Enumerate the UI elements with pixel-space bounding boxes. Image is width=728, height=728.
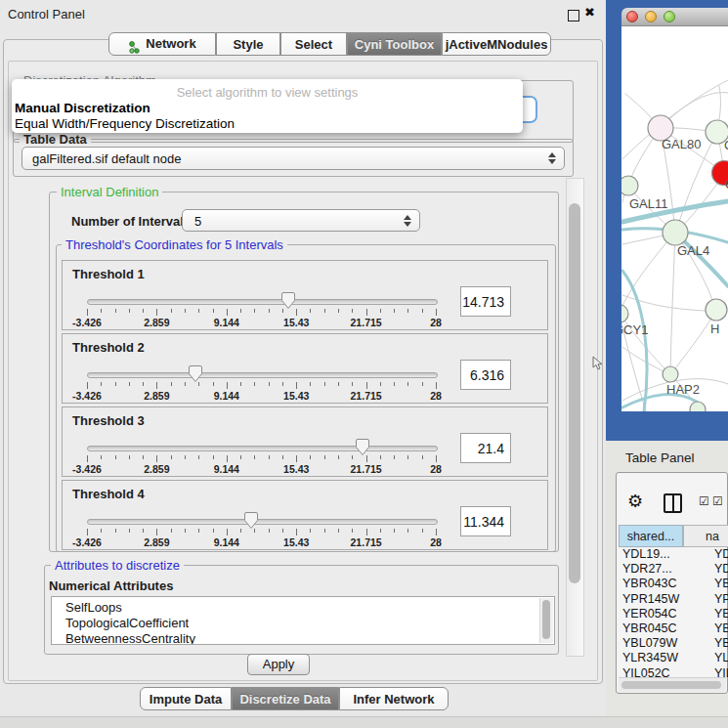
table-cell[interactable]: YPR145W [619, 592, 679, 606]
table-row[interactable]: YDL19...YDL1 [619, 547, 728, 562]
tick-mark [156, 529, 157, 535]
network-nodes[interactable] [621, 115, 728, 411]
table-cell[interactable]: YDR27... [619, 562, 672, 576]
tick-mark [171, 529, 172, 533]
tick-mark [352, 455, 353, 459]
tab-network-label: Network [146, 32, 195, 56]
table-row[interactable]: YBR043CYBR0 [619, 577, 728, 591]
table-cell[interactable]: YDL1 [714, 547, 728, 562]
dropdown-item-equal-width-frequency[interactable]: Equal Width/Frequency Discretization [15, 116, 235, 131]
combobox-stepper-icon [548, 152, 556, 164]
table-data-combobox[interactable]: galFiltered.sif default node [21, 147, 565, 170]
network-node[interactable] [690, 402, 706, 411]
zoom-traffic-light-icon[interactable] [664, 11, 675, 22]
table-cell[interactable]: YER0 [714, 607, 728, 621]
table-cell[interactable]: YBR045C [619, 621, 677, 635]
tab-cyni-toolbox[interactable]: Cyni Toolbox [347, 32, 442, 56]
slider-thumb[interactable] [188, 364, 203, 383]
gear-icon[interactable]: ⚙ [627, 491, 643, 511]
dropdown-item-manual-discretization[interactable]: Manual Discretization [15, 101, 150, 115]
number-of-intervals-combobox[interactable]: 5 [182, 209, 420, 232]
network-node[interactable] [663, 366, 678, 382]
table-cell[interactable]: YBL079W [619, 636, 677, 650]
tab-impute-data[interactable]: Impute Data [140, 687, 232, 710]
network-canvas[interactable]: GAL80GCGAL11GAL4GCY1HHAP2 [621, 26, 728, 411]
float-window-icon[interactable] [568, 10, 579, 21]
column-layout-icon[interactable] [664, 493, 682, 513]
tick-mark [143, 382, 144, 386]
network-node[interactable] [621, 305, 628, 322]
table-cell[interactable]: YPR1 [714, 592, 728, 607]
list-scrollbar[interactable] [539, 598, 553, 643]
close-traffic-light-icon[interactable] [626, 11, 638, 22]
table-row[interactable]: YPR145WYPR1 [619, 592, 728, 607]
tab-infer-network[interactable]: Infer Network [339, 687, 449, 710]
minimize-traffic-light-icon[interactable] [645, 11, 657, 22]
network-node[interactable] [706, 299, 727, 321]
attribute-list-item[interactable]: SelfLoops [52, 600, 554, 616]
slider-thumb[interactable] [280, 291, 296, 310]
threshold-value-field[interactable]: 21.4 [460, 433, 511, 463]
slider-thumb[interactable] [243, 511, 259, 530]
table-cell[interactable]: YIL052C [619, 666, 670, 678]
attributes-listbox[interactable]: SelfLoopsTopologicalCoefficientBetweenne… [51, 596, 555, 645]
node-label: H [710, 321, 719, 336]
table-row[interactable]: YBR045CYBR0 [619, 621, 728, 636]
column-header-name[interactable]: na [683, 525, 728, 547]
threshold-value-field[interactable]: 11.344 [460, 506, 511, 536]
tick-mark [171, 382, 172, 386]
slider-thumb[interactable] [355, 438, 370, 456]
table-cell[interactable]: YBL0 [714, 636, 728, 651]
tick-mark [171, 455, 172, 459]
table-cell[interactable]: YER054C [619, 607, 677, 621]
tab-jactivemnodules[interactable]: jActiveMNodules [442, 32, 551, 56]
table-cell[interactable]: YDR2 [714, 562, 728, 577]
table-data-combobox-value: galFiltered.sif default node [32, 148, 181, 171]
network-window-titlebar[interactable] [621, 8, 728, 26]
network-node[interactable] [621, 176, 638, 195]
checkbox-icon[interactable]: ☑ [699, 494, 709, 508]
tab-discretize-data[interactable]: Discretize Data [232, 687, 339, 710]
threshold-value-field[interactable]: 14.713 [460, 286, 511, 317]
column-header-shared-name[interactable]: shared... [619, 525, 683, 547]
slider-track[interactable] [87, 446, 438, 451]
tick-mark [213, 309, 214, 313]
network-node[interactable] [663, 220, 688, 245]
table-horizontal-scrollbar[interactable] [619, 677, 726, 692]
table-row[interactable]: YBL079WYBL0 [619, 636, 728, 651]
table-cell[interactable]: YDL19... [619, 547, 670, 561]
tick-label: 21.715 [351, 463, 382, 475]
tab-style[interactable]: Style [216, 32, 280, 56]
threshold-label: Threshold 1 [72, 267, 145, 281]
slider-track[interactable] [87, 519, 438, 525]
table-row[interactable]: YDR27...YDR2 [619, 562, 728, 577]
table-rows: YDL19...YDL1YDR27...YDR2YBR043CYBR0YPR14… [619, 547, 728, 677]
tick-mark [240, 382, 241, 386]
table-row[interactable]: YIL052CYIL0 [619, 666, 728, 678]
attribute-list-item[interactable]: BetweennessCentrality [52, 631, 554, 645]
tick-mark [436, 309, 437, 316]
table-cell[interactable]: YBR0 [714, 577, 728, 591]
table-row[interactable]: YER054CYER0 [619, 607, 728, 621]
table-row[interactable]: YLR345WYLR3 [619, 651, 728, 665]
dropdown-placeholder-item[interactable]: Select algorithm to view settings [12, 85, 523, 100]
slider-track[interactable] [87, 372, 438, 378]
panel-scrollbar-thumb[interactable] [569, 203, 580, 583]
tick-mark [282, 529, 283, 533]
close-icon[interactable]: ✖ [584, 5, 595, 20]
attribute-list-item[interactable]: TopologicalCoefficient [52, 616, 554, 631]
table-cell[interactable]: YBR043C [619, 577, 677, 590]
threshold-value-field[interactable]: 6.316 [460, 360, 511, 390]
tick-label: 15.43 [283, 317, 309, 328]
table-cell[interactable]: YIL0 [714, 666, 728, 678]
checkbox-icon[interactable]: ☑ [712, 494, 723, 508]
table-cell[interactable]: YLR3 [714, 651, 728, 665]
slider-track[interactable] [87, 299, 438, 305]
table-cell[interactable]: YLR345W [619, 651, 678, 664]
attributes-group-label: Attributes to discretize [51, 558, 184, 573]
tab-network[interactable]: Network [108, 32, 216, 56]
threshold-label: Threshold 2 [72, 340, 145, 355]
tab-select[interactable]: Select [280, 32, 347, 56]
table-cell[interactable]: YBR0 [714, 621, 728, 636]
apply-button[interactable]: Apply [247, 654, 310, 675]
